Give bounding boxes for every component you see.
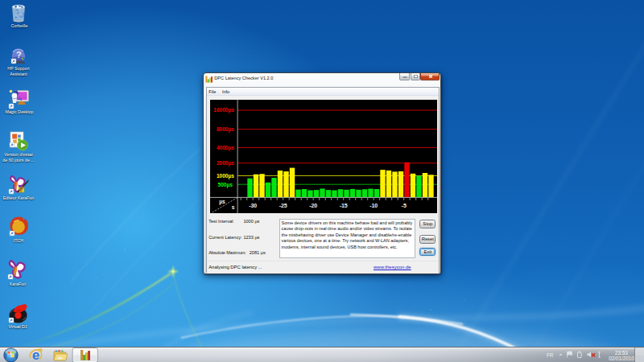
svg-text:4000µs: 4000µs — [217, 145, 234, 151]
svg-text:-10: -10 — [369, 204, 378, 209]
svg-text:-30: -30 — [249, 204, 257, 209]
svg-text:-5: -5 — [402, 204, 407, 209]
svg-text:FR: FR — [547, 352, 554, 358]
svg-text:8000µs: 8000µs — [217, 126, 234, 133]
svg-text:2000µs: 2000µs — [217, 160, 234, 167]
svg-text:?: ? — [16, 50, 22, 60]
svg-text:16000µs: 16000µs — [214, 108, 235, 114]
svg-text:µs: µs — [220, 199, 226, 205]
svg-text:-20: -20 — [309, 204, 317, 209]
svg-text:s: s — [232, 204, 235, 210]
svg-text:23:53: 23:53 — [615, 350, 628, 356]
svg-text:500µs: 500µs — [218, 182, 233, 188]
svg-text:-25: -25 — [279, 204, 287, 209]
svg-text:-15: -15 — [340, 204, 348, 209]
svg-text:1000µs: 1000µs — [217, 173, 234, 179]
svg-text:02/01/2010: 02/01/2010 — [609, 356, 634, 361]
